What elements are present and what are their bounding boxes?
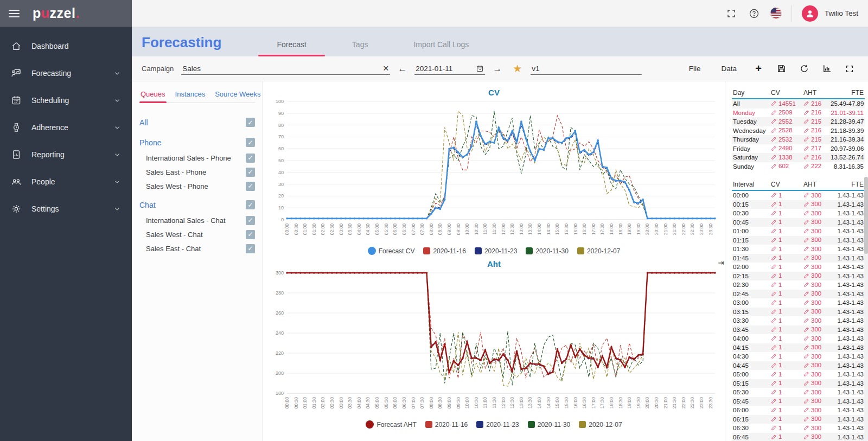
aht-cell[interactable]: 300 — [802, 290, 829, 299]
day-cell[interactable]: Wednesday — [732, 126, 770, 136]
editable-value[interactable]: 300 — [803, 425, 821, 431]
day-cell[interactable]: Tuesday — [732, 117, 770, 126]
editable-value[interactable]: 2532 — [771, 136, 793, 143]
legend-item[interactable]: 2020-12-07 — [577, 247, 620, 255]
editable-value[interactable]: 1 — [771, 380, 782, 386]
version-input[interactable] — [531, 63, 642, 75]
sidebar-item-forecasting[interactable]: Forecasting — [0, 60, 132, 87]
interval-row[interactable]: 02:4513001.43-1.43 — [732, 290, 865, 299]
queue-group-all[interactable]: All✓ — [139, 114, 255, 131]
help-icon[interactable] — [748, 7, 761, 20]
editable-value[interactable]: 300 — [803, 282, 821, 288]
interval-row[interactable]: 06:1513001.43-1.43 — [732, 415, 865, 424]
clear-campaign-icon[interactable]: ✕ — [383, 64, 390, 73]
legend-item[interactable]: 2020-11-16 — [423, 247, 466, 255]
editable-value[interactable]: 216 — [803, 127, 821, 133]
chart-plot[interactable]: 010203040506070809010000:0000:3001:0001:… — [265, 98, 723, 248]
day-cell[interactable]: Thursday — [732, 135, 770, 144]
interval-row[interactable]: 01:0013001.43-1.43 — [732, 227, 865, 236]
user-avatar[interactable] — [802, 5, 818, 22]
chart-icon[interactable] — [820, 62, 834, 75]
checkbox-checked[interactable]: ✓ — [246, 182, 255, 191]
tab-queues[interactable]: Queues — [139, 87, 167, 103]
day-cell[interactable]: Monday — [732, 108, 770, 118]
editable-value[interactable]: 14551 — [771, 100, 796, 107]
checkbox-checked[interactable]: ✓ — [246, 154, 255, 163]
file-menu[interactable]: File — [681, 65, 709, 73]
interval-row[interactable]: 06:3013001.43-1.43 — [732, 424, 865, 433]
checkbox-checked[interactable]: ✓ — [246, 168, 255, 177]
day-row-friday[interactable]: Friday249021720.97-39.06 — [732, 144, 865, 154]
editable-value[interactable]: 1 — [771, 299, 782, 306]
checkbox-checked[interactable]: ✓ — [246, 230, 255, 239]
checkbox-checked[interactable]: ✓ — [246, 138, 255, 147]
queue-item[interactable]: International Sales - Phone✓ — [139, 151, 255, 165]
aht-cell[interactable]: 300 — [802, 218, 829, 227]
sidebar-item-scheduling[interactable]: Scheduling — [0, 87, 132, 114]
aht-cell[interactable]: 300 — [802, 254, 829, 263]
interval-row[interactable]: 05:4513001.43-1.43 — [732, 397, 865, 406]
interval-row[interactable]: 04:1513001.43-1.43 — [732, 343, 865, 353]
aht-cell[interactable]: 300 — [802, 190, 829, 200]
editable-value[interactable]: 1 — [771, 201, 782, 207]
cv-cell[interactable]: 1 — [770, 352, 802, 361]
editable-value[interactable]: 300 — [803, 353, 821, 360]
legend-item[interactable]: 2020-11-16 — [425, 421, 468, 429]
sidebar-item-settings[interactable]: Settings — [0, 195, 132, 222]
editable-value[interactable]: 215 — [803, 118, 821, 125]
editable-value[interactable]: 300 — [803, 380, 821, 386]
aht-cell[interactable]: 300 — [802, 352, 829, 361]
editable-value[interactable]: 1 — [771, 344, 782, 350]
aht-cell[interactable]: 300 — [802, 379, 829, 388]
interval-row[interactable]: 06:0013001.43-1.43 — [732, 406, 865, 415]
day-row-wednesday[interactable]: Wednesday252821621.18-39.39 — [732, 126, 865, 136]
tab-import-call-logs[interactable]: Import Call Logs — [391, 40, 492, 56]
queue-group-chat[interactable]: Chat✓ — [139, 196, 255, 213]
editable-value[interactable]: 1 — [771, 335, 782, 342]
tab-tags[interactable]: Tags — [329, 40, 391, 56]
cv-cell[interactable]: 1 — [770, 263, 802, 272]
interval-row[interactable]: 01:3013001.43-1.43 — [732, 245, 865, 254]
cv-cell[interactable]: 1 — [770, 254, 802, 263]
aht-cell[interactable]: 216 — [802, 153, 829, 162]
aht-cell[interactable]: 300 — [802, 209, 829, 218]
cv-cell[interactable]: 1 — [770, 406, 802, 415]
collapse-right-panel-icon[interactable]: ⇥ — [718, 258, 724, 267]
editable-value[interactable]: 1 — [771, 353, 782, 360]
previous-date-arrow-icon[interactable]: ← — [395, 63, 409, 74]
editable-value[interactable]: 300 — [803, 290, 821, 297]
editable-value[interactable]: 1338 — [771, 154, 793, 161]
sidebar-item-people[interactable]: People — [0, 168, 132, 195]
aht-cell[interactable]: 300 — [802, 406, 829, 415]
editable-value[interactable]: 602 — [771, 163, 789, 169]
editable-value[interactable]: 300 — [803, 433, 821, 440]
cv-cell[interactable]: 1 — [770, 316, 802, 325]
day-row-saturday[interactable]: Saturday133821613.52-26.74 — [732, 153, 865, 162]
cv-cell[interactable]: 2532 — [770, 135, 802, 144]
cv-cell[interactable]: 1 — [770, 433, 802, 441]
editable-value[interactable]: 1 — [771, 228, 782, 234]
legend-item[interactable]: Forecast AHT — [366, 420, 416, 429]
editable-value[interactable]: 300 — [803, 210, 821, 216]
cv-cell[interactable]: 1 — [770, 209, 802, 218]
editable-value[interactable]: 1 — [771, 237, 782, 243]
aht-cell[interactable]: 216 — [802, 108, 829, 118]
editable-value[interactable]: 2490 — [771, 145, 793, 151]
day-row-tuesday[interactable]: Tuesday255221521.28-39.47 — [732, 117, 865, 126]
interval-row[interactable]: 02:3013001.43-1.43 — [732, 280, 865, 290]
editable-value[interactable]: 1 — [771, 433, 782, 440]
aht-cell[interactable]: 300 — [802, 343, 829, 353]
legend-item[interactable]: Forecast CV — [368, 247, 415, 255]
day-row-sunday[interactable]: Sunday6022228.31-16.35 — [732, 162, 865, 171]
date-input[interactable] — [414, 63, 485, 75]
aht-cell[interactable]: 300 — [802, 272, 829, 281]
chart-plot[interactable]: 18020022024026028030000:0000:3001:0001:3… — [265, 270, 723, 421]
interval-row[interactable]: 05:3013001.43-1.43 — [732, 388, 865, 397]
editable-value[interactable]: 1 — [771, 362, 782, 368]
cv-cell[interactable]: 1 — [770, 290, 802, 299]
editable-value[interactable]: 216 — [803, 100, 821, 107]
editable-value[interactable]: 300 — [803, 308, 821, 315]
checkbox-checked[interactable]: ✓ — [246, 216, 255, 225]
aht-cell[interactable]: 300 — [802, 200, 829, 209]
cv-cell[interactable]: 1 — [770, 236, 802, 245]
